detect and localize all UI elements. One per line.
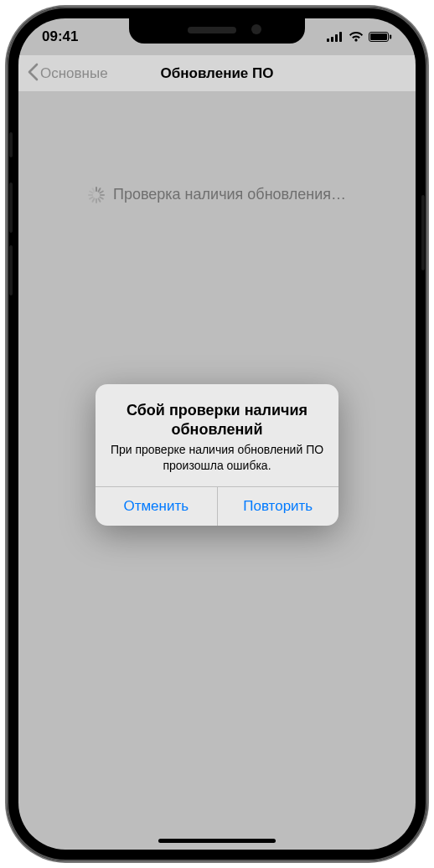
volume-up-button bbox=[9, 182, 13, 233]
screen: 09:41 Основные Обновление ПО bbox=[18, 18, 416, 850]
alert-dialog: Сбой проверки наличия обновлений При про… bbox=[96, 384, 338, 525]
side-button bbox=[421, 195, 425, 270]
retry-button[interactable]: Повторить bbox=[217, 487, 339, 526]
phone-frame: 09:41 Основные Обновление ПО bbox=[7, 7, 427, 861]
mute-switch bbox=[9, 132, 13, 157]
alert-message: При проверке наличия обновлений ПО произ… bbox=[109, 442, 325, 472]
cancel-button[interactable]: Отменить bbox=[96, 487, 217, 526]
alert-backdrop: Сбой проверки наличия обновлений При про… bbox=[18, 18, 416, 850]
home-indicator bbox=[158, 839, 276, 843]
alert-title: Сбой проверки наличия обновлений bbox=[109, 401, 325, 439]
volume-down-button bbox=[9, 245, 13, 295]
